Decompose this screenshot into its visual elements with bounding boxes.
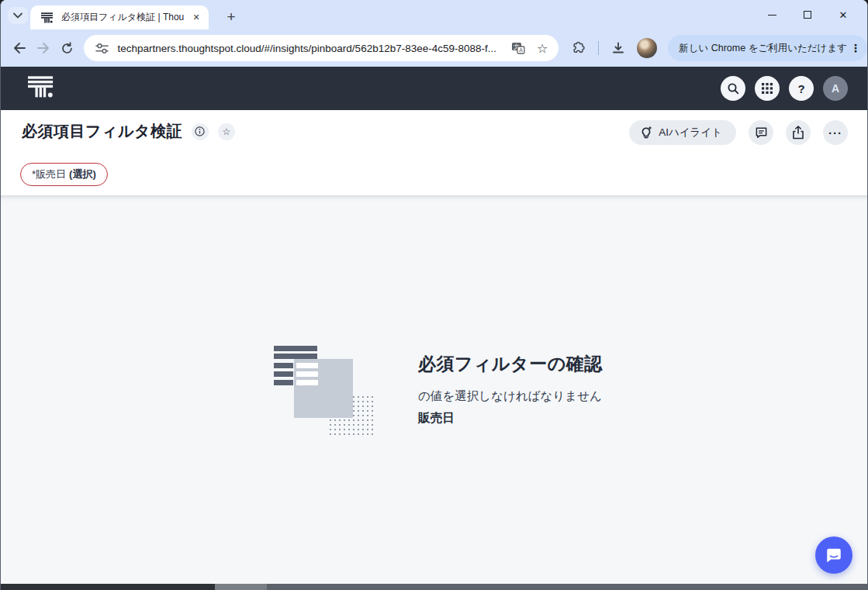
browser-tab[interactable]: 必須項目フィルタ検証 | ThoughtS ✕ (30, 5, 209, 29)
more-actions-button[interactable]: ··· (823, 120, 848, 145)
profile-avatar[interactable] (637, 38, 657, 58)
extensions-icon[interactable] (566, 36, 591, 60)
chat-widget-button[interactable] (815, 537, 852, 574)
info-button[interactable] (192, 123, 209, 140)
browser-menu-kebab-icon[interactable]: ⋮ (847, 42, 864, 54)
toolbar-divider (598, 41, 599, 55)
svg-text:A: A (519, 47, 523, 53)
empty-state-message: の値を選択しなければなりません (418, 388, 603, 405)
site-controls-icon[interactable] (93, 40, 110, 57)
browser-toolbar: techpartners.thoughtspot.cloud/#/insight… (1, 29, 867, 67)
bookmark-star-icon[interactable]: ☆ (534, 40, 551, 57)
reload-button[interactable] (55, 36, 79, 60)
forward-button[interactable] (31, 36, 55, 60)
chrome-update-label: 新しい Chrome をご利用いただけます (679, 42, 847, 55)
close-button[interactable]: ✕ (825, 3, 861, 26)
chrome-update-button[interactable]: 新しい Chrome をご利用いただけます ⋮ (668, 35, 867, 61)
chat-bubble-icon (825, 546, 843, 564)
pinboard-content: 必須フィルターの確認 の値を選択しなければなりません 販売日 (1, 195, 867, 584)
grid-icon (762, 83, 773, 94)
page-title: 必須項目フィルタ検証 (22, 121, 182, 142)
ai-highlight-label: AIハイライト (659, 126, 722, 140)
maximize-button[interactable] (790, 3, 825, 26)
ai-bulb-icon (640, 126, 652, 140)
download-icon[interactable] (606, 36, 631, 60)
share-icon (792, 126, 804, 140)
required-filter-chip[interactable]: *販売日 (選択) (20, 163, 108, 186)
filter-chip-label: *販売日 (32, 167, 66, 181)
comments-button[interactable] (749, 120, 773, 145)
user-avatar[interactable]: A (823, 76, 848, 101)
apps-grid-button[interactable] (755, 76, 780, 101)
back-button[interactable] (7, 36, 31, 60)
thoughtspot-logo-icon[interactable] (28, 76, 54, 102)
ai-highlight-button[interactable]: AIハイライト (629, 120, 736, 145)
translate-icon[interactable]: 文 A (510, 40, 527, 57)
empty-state: 必須フィルターの確認 の値を選択しなければなりません 販売日 (274, 343, 603, 440)
window-controls: ✕ (754, 0, 861, 29)
filter-chip-state: (選択) (69, 167, 96, 181)
minimize-button[interactable] (754, 3, 790, 26)
address-bar[interactable]: techpartners.thoughtspot.cloud/#/insight… (84, 35, 558, 61)
tab-search-chevron-icon[interactable] (8, 7, 28, 24)
info-icon (195, 126, 205, 136)
pinboard-header: 必須項目フィルタ検証 ☆ AIハイライト (1, 110, 867, 195)
help-button[interactable]: ? (789, 76, 814, 101)
url-text: techpartners.thoughtspot.cloud/#/insight… (117, 43, 503, 54)
search-button[interactable] (721, 76, 745, 101)
share-button[interactable] (786, 120, 811, 145)
thoughtspot-header: ? A (1, 67, 867, 110)
empty-state-heading: 必須フィルターの確認 (418, 352, 603, 376)
thoughtspot-favicon-icon (38, 9, 55, 26)
tab-strip: 必須項目フィルタ検証 | ThoughtS ✕ + ✕ (1, 0, 867, 29)
toolbar-right: 新しい Chrome をご利用いただけます ⋮ (566, 35, 867, 61)
window-bottom-edge (1, 584, 867, 590)
tab-close-icon[interactable]: ✕ (190, 12, 202, 24)
empty-state-illustration (274, 343, 375, 440)
comment-icon (755, 126, 768, 140)
search-icon (727, 82, 739, 95)
new-tab-button[interactable]: + (220, 6, 242, 28)
favorite-star-button[interactable]: ☆ (218, 123, 235, 140)
tab-title: 必須項目フィルタ検証 | ThoughtS (61, 11, 184, 24)
empty-state-filter-name: 販売日 (418, 410, 603, 426)
browser-window: 必須項目フィルタ検証 | ThoughtS ✕ + ✕ (0, 0, 868, 590)
